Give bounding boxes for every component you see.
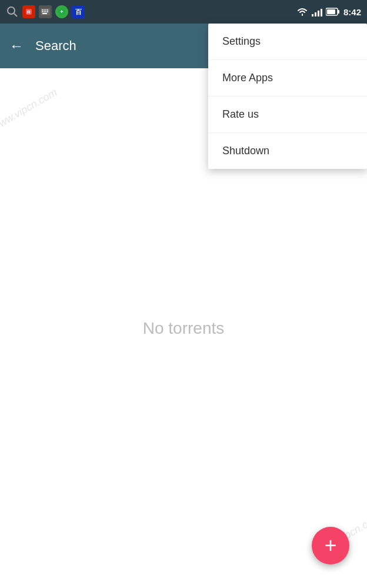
svg-rect-13: [42, 13, 47, 14]
wifi-icon: [296, 7, 308, 16]
search-app-icon: [6, 5, 19, 18]
empty-state-text: No torrents: [143, 319, 225, 338]
svg-rect-10: [44, 11, 45, 12]
svg-text:+: +: [60, 9, 63, 15]
svg-rect-7: [45, 9, 46, 11]
svg-line-1: [14, 14, 17, 16]
fab-button[interactable]: +: [312, 527, 349, 564]
svg-rect-12: [47, 11, 48, 12]
status-icons-right: 8:42: [296, 7, 361, 17]
battery-icon: [326, 8, 340, 16]
menu-item-shutdown[interactable]: Shutdown: [208, 133, 367, 169]
menu-item-more-apps[interactable]: More Apps: [208, 60, 367, 97]
menu-item-settings[interactable]: Settings: [208, 24, 367, 60]
app-icon-green: +: [55, 5, 68, 18]
signal-icon: [312, 7, 322, 16]
svg-rect-20: [327, 9, 335, 14]
toolbar: ← Search SettingsMore AppsRate usShutdow…: [0, 24, 367, 68]
svg-rect-6: [44, 9, 45, 11]
keyboard-icon: [39, 5, 52, 18]
status-bar: R +: [0, 0, 367, 24]
svg-point-0: [8, 7, 15, 14]
svg-text:百: 百: [75, 8, 82, 15]
app-icon-1: R: [22, 5, 35, 18]
status-icons-left: R +: [6, 5, 85, 18]
svg-rect-9: [42, 11, 43, 12]
dropdown-menu: SettingsMore AppsRate usShutdown: [208, 24, 367, 169]
svg-rect-11: [45, 11, 46, 12]
watermark-top: www.vipcn.com: [0, 86, 59, 133]
app-icon-baidu: 百: [72, 5, 85, 18]
back-button[interactable]: ←: [9, 38, 24, 54]
svg-rect-5: [42, 9, 43, 11]
menu-item-rate-us[interactable]: Rate us: [208, 97, 367, 133]
svg-rect-8: [47, 9, 48, 11]
svg-text:R: R: [27, 9, 31, 15]
status-time: 8:42: [343, 7, 361, 17]
svg-rect-19: [338, 10, 339, 14]
